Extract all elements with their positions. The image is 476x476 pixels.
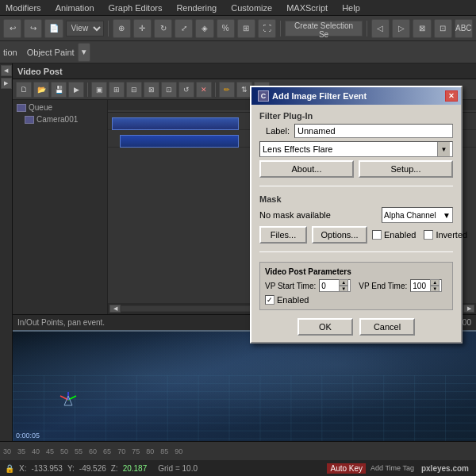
toolbar2-left-label: tion: [3, 48, 17, 57]
cancel-button[interactable]: Cancel: [359, 318, 415, 336]
new-btn[interactable]: 📄: [44, 19, 63, 38]
vp-enabled-checkbox[interactable]: ✓: [265, 295, 274, 305]
scale-btn[interactable]: ⤢: [175, 19, 193, 38]
undo-btn[interactable]: ↩: [3, 19, 21, 38]
setup-button[interactable]: Setup...: [359, 160, 453, 178]
track-bar-2[interactable]: [120, 135, 239, 148]
ok-button[interactable]: OK: [298, 318, 353, 336]
video-post-header: Video Post: [13, 63, 476, 79]
menu-graph-editors[interactable]: Graph Editors: [106, 3, 165, 13]
svg-rect-1: [13, 375, 476, 441]
tool12[interactable]: ⊡: [434, 19, 452, 38]
vp-btn-add-scene[interactable]: ▣: [91, 82, 107, 98]
move-btn[interactable]: ✛: [133, 19, 152, 38]
mask-buttons-row: Files... Options... Enabled Inverted: [259, 226, 453, 244]
vp-section-title: Video Post Parameters: [265, 267, 447, 276]
marker-35: 35: [17, 447, 25, 455]
object-paint-dropdown[interactable]: ▼: [78, 43, 90, 62]
marker-30: 30: [3, 447, 11, 455]
select-btn[interactable]: ⊕: [113, 19, 131, 38]
about-button[interactable]: About...: [259, 160, 354, 178]
tool7[interactable]: ⊞: [237, 19, 255, 38]
tool8[interactable]: ⛶: [258, 19, 276, 38]
vp-end-spin[interactable]: ▲ ▼: [430, 279, 440, 292]
tool10[interactable]: ▷: [392, 19, 410, 38]
video-post-title: Video Post: [17, 67, 63, 76]
vp-btn-edit[interactable]: ✏: [219, 82, 235, 98]
files-button[interactable]: Files...: [259, 226, 307, 244]
side-btn-1[interactable]: ◀: [1, 65, 12, 76]
main-toolbar: ↩ ↪ 📄 View ⊕ ✛ ↻ ⤢ ◈ % ⊞ ⛶ Create Select…: [0, 16, 476, 41]
filter-plugin-section: Filter Plug-In Label: Lens Effects Flare…: [259, 111, 453, 178]
label-field-input[interactable]: [294, 124, 453, 138]
vp-end-up[interactable]: ▲: [430, 279, 440, 286]
menu-rendering[interactable]: Rendering: [174, 3, 219, 13]
vp-start-up[interactable]: ▲: [339, 279, 348, 286]
effect-dropdown[interactable]: Lens Effects Flare ▼: [259, 141, 453, 157]
vp-btn-add-img-filter[interactable]: ⊞: [109, 82, 125, 98]
second-toolbar: tion Object Paint ▼: [0, 41, 476, 63]
vp-btn-save[interactable]: 💾: [51, 82, 67, 98]
tool9[interactable]: ◁: [371, 19, 390, 38]
dialog-close-button[interactable]: ✕: [445, 90, 458, 102]
vp-enabled-checkbox-item: ✓ Enabled: [265, 295, 447, 305]
dialog-title-icon: C: [258, 90, 269, 102]
marker-75: 75: [132, 447, 140, 455]
rotate-btn[interactable]: ↻: [154, 19, 172, 38]
menu-help[interactable]: Help: [340, 3, 363, 13]
vp-end-input[interactable]: 100 ▲ ▼: [410, 279, 442, 292]
tool6[interactable]: %: [217, 19, 235, 38]
inverted-checkbox[interactable]: [424, 230, 433, 240]
scroll-right-btn[interactable]: ▶: [463, 305, 474, 313]
autokey-label[interactable]: Auto Key: [327, 463, 366, 474]
effect-dropdown-value: Lens Effects Flare: [263, 144, 332, 154]
queue-item-0[interactable]: Queue: [14, 102, 106, 113]
vp-btn-del[interactable]: ✕: [196, 82, 212, 98]
vp-btn-new[interactable]: 🗋: [16, 82, 32, 98]
bottom-timeline: 30 35 40 45 50 55 60 65 70 75 80 85 90 🔒…: [0, 441, 476, 476]
queue-icon-1: [25, 116, 34, 124]
queue-list: Queue Camera001: [13, 100, 108, 314]
scroll-left-btn[interactable]: ◀: [109, 305, 121, 313]
side-btn-2[interactable]: ▶: [1, 78, 12, 89]
options-button[interactable]: Options...: [312, 226, 367, 244]
vp-end-dn[interactable]: ▼: [430, 286, 440, 292]
marker-50: 50: [60, 447, 68, 455]
queue-item-1[interactable]: Camera001: [22, 113, 106, 125]
vp-btn-add-loop[interactable]: ↺: [178, 82, 194, 98]
tool5[interactable]: ◈: [195, 19, 213, 38]
redo-btn[interactable]: ↪: [24, 19, 42, 38]
track-bar-1[interactable]: [112, 117, 239, 130]
vp-btn-render[interactable]: ▶: [68, 82, 84, 98]
vp-btn-open[interactable]: 📂: [33, 82, 49, 98]
viewport-object: [56, 388, 80, 413]
vp-start-dn[interactable]: ▼: [339, 286, 348, 292]
tool11[interactable]: ⊠: [413, 19, 431, 38]
z-label: Z:: [111, 464, 118, 473]
queue-item-label-1: Camera001: [36, 115, 78, 124]
x-value: -133.953: [31, 464, 62, 473]
menu-modifiers[interactable]: Modifiers: [3, 3, 44, 13]
vp-btn-add-ext[interactable]: ⊡: [161, 82, 177, 98]
ok-cancel-row: OK Cancel: [259, 318, 453, 336]
create-selection-btn[interactable]: Create Selection Se: [285, 21, 363, 36]
dialog-body: Filter Plug-In Label: Lens Effects Flare…: [251, 105, 461, 342]
vp-btn-add-output[interactable]: ⊠: [144, 82, 159, 98]
tool13[interactable]: ABC: [455, 19, 473, 38]
menu-animation[interactable]: Animation: [53, 3, 97, 13]
menu-customize[interactable]: Customize: [228, 3, 274, 13]
view-select[interactable]: View: [66, 21, 104, 36]
marker-70: 70: [117, 447, 125, 455]
label-field-row: Label:: [259, 124, 453, 138]
menu-maxscript[interactable]: MAXScript: [284, 3, 330, 13]
enabled-checkbox[interactable]: [372, 230, 382, 240]
vp-divider: [87, 83, 88, 97]
vp-start-input[interactable]: 0 ▲ ▼: [319, 279, 351, 292]
mask-channel-dropdown[interactable]: Alpha Channel ▼: [382, 207, 453, 223]
vp-btn-add-layer[interactable]: ⊟: [126, 82, 142, 98]
dialog-title-left: C Add Image Filter Event: [258, 90, 367, 102]
status-bottom-bar: 🔒 X: -133.953 Y: -49.526 Z: 20.187 Grid …: [0, 460, 476, 476]
vp-start-spin[interactable]: ▲ ▼: [339, 279, 348, 292]
vp-end-value: 100: [413, 282, 426, 290]
marker-45: 45: [46, 447, 54, 455]
